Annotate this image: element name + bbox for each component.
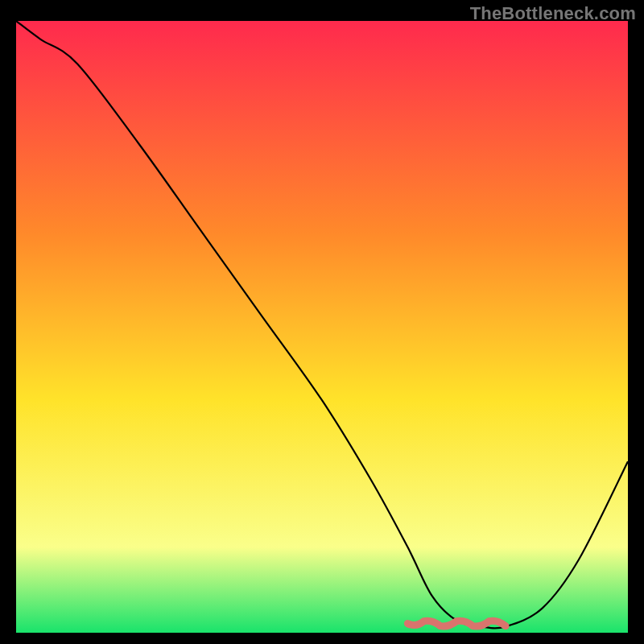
watermark-text: TheBottleneck.com <box>470 3 636 24</box>
chart-svg <box>16 21 628 633</box>
chart-plot-area <box>16 21 628 633</box>
gradient-background <box>16 21 628 633</box>
chart-frame: TheBottleneck.com <box>0 0 644 644</box>
